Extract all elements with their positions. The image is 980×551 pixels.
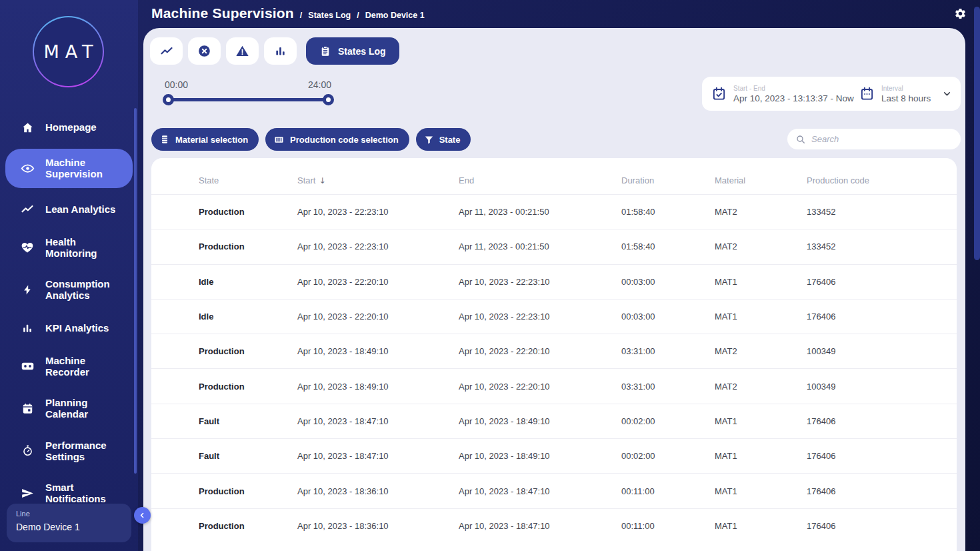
duration-cell: 01:58:40: [621, 207, 715, 217]
column-header-duration[interactable]: Duration: [621, 175, 715, 185]
sidebar-item-machine-supervision[interactable]: Machine Supervision: [5, 149, 133, 188]
sidebar-item-lean-analytics[interactable]: Lean Analytics: [5, 197, 133, 222]
duration-cell: 03:31:00: [621, 382, 715, 392]
sidebar-item-label: KPI Analytics: [45, 322, 109, 334]
table-row[interactable]: Fault Apr 10, 2023 - 18:47:10 Apr 10, 20…: [151, 404, 957, 438]
search-box: [787, 129, 961, 149]
production-code-cell: 176406: [807, 416, 957, 426]
sort-descending-icon: ↓: [319, 176, 325, 185]
column-header-end[interactable]: End: [459, 175, 621, 185]
tab-bar-stats[interactable]: [264, 37, 297, 65]
start-end-picker[interactable]: Start - End Apr 10, 2023 - 13:13:37 - No…: [702, 77, 850, 111]
end-cell: Apr 10, 2023 - 22:23:10: [459, 277, 621, 287]
material-cell: MAT1: [715, 451, 807, 461]
state-cell: Fault: [199, 416, 297, 426]
sidebar-item-kpi-analytics[interactable]: KPI Analytics: [5, 316, 133, 341]
sidebar-item-planning-calendar[interactable]: Planning Calendar: [5, 392, 133, 426]
slider-track[interactable]: [168, 98, 329, 101]
cassette-icon: [20, 359, 35, 373]
tab-warnings[interactable]: [226, 37, 259, 65]
table-row[interactable]: Production Apr 10, 2023 - 22:23:10 Apr 1…: [151, 194, 957, 229]
column-header-production-code[interactable]: Production code: [807, 175, 957, 185]
sidebar-item-homepage[interactable]: Homepage: [5, 115, 133, 140]
calendar-check-icon: [711, 86, 727, 101]
search-input[interactable]: [811, 134, 953, 144]
column-header-start[interactable]: Start↓: [297, 175, 459, 185]
start-cell: Apr 10, 2023 - 18:36:10: [297, 486, 459, 496]
tab-trend-chart[interactable]: [150, 37, 183, 65]
state-filter-button[interactable]: State: [416, 128, 471, 151]
production-code-cell: 133452: [807, 207, 957, 217]
page-scrollbar[interactable]: [974, 7, 980, 260]
material-cell: MAT2: [715, 207, 807, 217]
material-cell: MAT2: [715, 346, 807, 356]
sidebar-nav: Homepage Machine Supervision Lean Analyt…: [0, 115, 138, 551]
material-cell: MAT1: [715, 521, 807, 531]
page-title: Machine Supervision: [151, 5, 294, 21]
table-row[interactable]: Production Apr 10, 2023 - 18:36:10 Apr 1…: [151, 473, 957, 508]
table-row[interactable]: Fault Apr 10, 2023 - 18:47:10 Apr 10, 20…: [151, 438, 957, 473]
sidebar: MAT Homepage Machine Supervision Lean An…: [0, 0, 138, 551]
logo-text: MAT: [37, 41, 99, 62]
duration-cell: 00:03:00: [621, 312, 715, 322]
state-cell: Production: [199, 346, 297, 356]
state-cell: Fault: [199, 451, 297, 461]
eye-icon: [20, 161, 35, 175]
sidebar-item-label: Smart Notifications: [45, 482, 125, 505]
sidebar-item-consumption-analytics[interactable]: Consumption Analytics: [5, 273, 133, 307]
trend-icon: [20, 203, 35, 216]
interval-picker[interactable]: Interval Last 8 hours: [850, 77, 962, 111]
sidebar-item-health-monitoring[interactable]: Health Monitoring: [5, 231, 133, 265]
end-cell: Apr 10, 2023 - 22:20:10: [459, 382, 621, 392]
table-body: Production Apr 10, 2023 - 22:23:10 Apr 1…: [151, 194, 957, 543]
sidebar-collapse-button[interactable]: [134, 507, 151, 524]
table-row[interactable]: Idle Apr 10, 2023 - 22:20:10 Apr 10, 202…: [151, 264, 957, 299]
production-code-cell: 100349: [807, 346, 957, 356]
table-row[interactable]: Production Apr 10, 2023 - 18:49:10 Apr 1…: [151, 368, 957, 403]
start-cell: Apr 10, 2023 - 18:49:10: [297, 346, 459, 356]
slider-handle-start[interactable]: [163, 94, 174, 105]
start-cell: Apr 10, 2023 - 22:23:10: [297, 241, 459, 251]
interval-value: Last 8 hours: [881, 93, 931, 103]
start-cell: Apr 10, 2023 - 18:49:10: [297, 382, 459, 392]
slider-start-label: 00:00: [165, 79, 188, 90]
breadcrumb-section[interactable]: States Log: [308, 11, 351, 20]
sidebar-scrollbar[interactable]: [134, 108, 137, 474]
end-cell: Apr 10, 2023 - 18:49:10: [459, 451, 621, 461]
state-cell: Production: [199, 486, 297, 496]
device-card[interactable]: Line Demo Device 1: [7, 504, 131, 542]
production-code-selection-button[interactable]: Production code selection: [265, 128, 409, 151]
breadcrumb-device[interactable]: Demo Device 1: [365, 11, 425, 20]
start-cell: Apr 10, 2023 - 18:47:10: [297, 451, 459, 461]
states-log-table: State Start↓ End Duration Material Produ…: [151, 158, 957, 551]
table-row[interactable]: Production Apr 10, 2023 - 18:36:10 Apr 1…: [151, 508, 957, 543]
device-type-label: Line: [16, 510, 122, 518]
sidebar-item-label: Consumption Analytics: [45, 278, 125, 302]
table-row[interactable]: Production Apr 10, 2023 - 22:23:10 Apr 1…: [151, 229, 957, 263]
start-cell: Apr 10, 2023 - 22:20:10: [297, 277, 459, 287]
tab-states-log[interactable]: States Log: [306, 37, 399, 65]
x-circle-icon: [197, 44, 211, 58]
sidebar-item-performance-settings[interactable]: Performance Settings: [5, 434, 133, 468]
duration-cell: 00:02:00: [621, 451, 715, 461]
settings-gear-icon[interactable]: [954, 7, 967, 20]
production-code-cell: 176406: [807, 277, 957, 287]
home-icon: [20, 121, 35, 134]
column-header-material[interactable]: Material: [715, 175, 807, 185]
start-cell: Apr 10, 2023 - 18:36:10: [297, 521, 459, 531]
sidebar-item-machine-recorder[interactable]: Machine Recorder: [5, 350, 133, 384]
table-row[interactable]: Idle Apr 10, 2023 - 22:20:10 Apr 10, 202…: [151, 299, 957, 334]
state-cell: Idle: [199, 312, 297, 322]
chevron-down-icon[interactable]: [941, 88, 953, 99]
end-cell: Apr 10, 2023 - 18:47:10: [459, 521, 621, 531]
state-cell: Production: [199, 241, 297, 251]
breadcrumb-separator: /: [300, 11, 302, 20]
material-selection-button[interactable]: Material selection: [151, 128, 259, 151]
tab-label: States Log: [338, 46, 386, 57]
material-cell: MAT1: [715, 277, 807, 287]
start-end-label: Start - End: [733, 85, 854, 92]
table-row[interactable]: Production Apr 10, 2023 - 18:49:10 Apr 1…: [151, 334, 957, 368]
tab-faults[interactable]: [188, 37, 221, 65]
column-header-state[interactable]: State: [199, 175, 297, 185]
slider-handle-end[interactable]: [323, 94, 334, 105]
